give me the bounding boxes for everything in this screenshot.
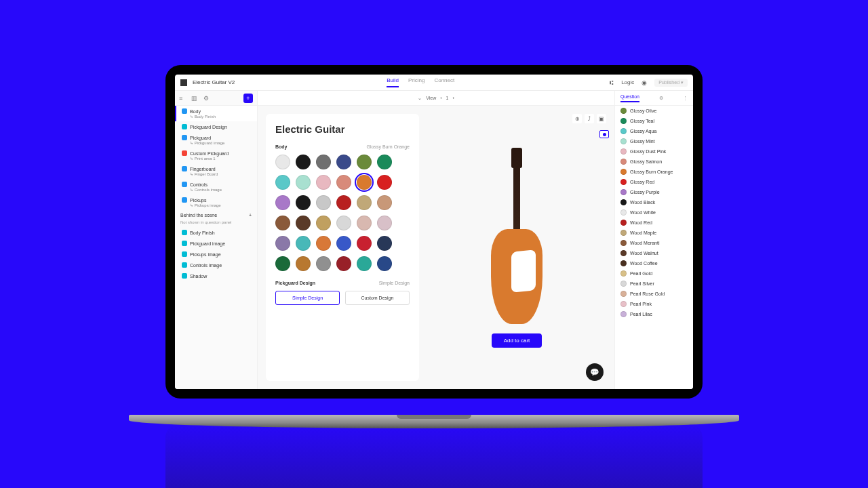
color-swatch[interactable] <box>377 236 392 251</box>
sidebar-item-label: Controls <box>190 182 208 187</box>
more-icon[interactable]: ⋮ <box>683 96 688 101</box>
gear-icon[interactable]: ⚙ <box>203 95 210 102</box>
color-swatch[interactable] <box>275 195 290 210</box>
menu-icon[interactable]: ≡ <box>179 95 186 102</box>
option-row[interactable]: Glossy Red <box>615 177 693 187</box>
color-swatch[interactable] <box>336 236 351 251</box>
sidebar-item[interactable]: Pickups↳ Pickups image <box>175 195 257 210</box>
sidebar-item[interactable]: Fingerboard↳ Finger Board <box>175 163 257 179</box>
option-row[interactable]: Glossy Aqua <box>615 126 693 136</box>
option-label: Pearl Lilac <box>630 312 652 317</box>
add-button[interactable]: + <box>243 94 253 103</box>
publish-button[interactable]: Published ▾ <box>654 79 688 87</box>
color-swatch[interactable] <box>316 155 331 169</box>
item-icon <box>182 108 187 114</box>
gear-icon[interactable]: ⚙ <box>659 96 663 101</box>
option-row[interactable]: Glossy Burn Orange <box>615 167 693 177</box>
logic-label[interactable]: Logic <box>621 79 634 85</box>
share-icon[interactable]: ⤴ <box>585 114 594 123</box>
option-row[interactable]: Wood Maple <box>615 228 693 238</box>
color-swatch[interactable] <box>377 216 392 230</box>
color-swatch[interactable] <box>336 256 351 271</box>
color-swatch[interactable] <box>316 256 331 271</box>
color-swatch[interactable] <box>336 175 351 190</box>
color-swatch[interactable] <box>275 236 290 251</box>
device-icon[interactable]: ⌄ <box>418 96 422 101</box>
color-swatch[interactable] <box>357 236 372 251</box>
zoom-icon[interactable]: ⊕ <box>572 114 582 123</box>
sidebar-item[interactable]: Body Finish <box>175 227 257 238</box>
option-row[interactable]: Wood White <box>615 207 693 218</box>
project-title[interactable]: Electric Guitar V2 <box>193 79 235 85</box>
option-row[interactable]: Glossy Mint <box>615 136 693 146</box>
color-swatch[interactable] <box>316 195 331 210</box>
color-swatch[interactable] <box>316 175 331 190</box>
option-row[interactable]: Wood Coffee <box>615 258 693 268</box>
option-row[interactable]: Pearl Rose Gold <box>615 289 693 299</box>
color-swatch[interactable] <box>275 256 290 271</box>
sidebar-item[interactable]: Pickguard Design <box>175 121 257 132</box>
flow-icon[interactable]: ⑆ <box>606 78 616 87</box>
color-swatch[interactable] <box>296 195 311 210</box>
option-row[interactable]: Wood Walnut <box>615 248 693 258</box>
color-swatch[interactable] <box>316 216 331 230</box>
sidebar-item[interactable]: Body↳ Body Finish <box>175 106 257 121</box>
sidebar-item[interactable]: Pickups image <box>175 249 257 260</box>
color-swatch[interactable] <box>357 216 372 230</box>
color-swatch[interactable] <box>377 155 392 169</box>
color-swatch[interactable] <box>357 155 372 169</box>
color-swatch[interactable] <box>357 195 372 210</box>
add-behind-button[interactable]: + <box>249 213 252 218</box>
expand-icon[interactable]: ▣ <box>597 114 606 123</box>
color-swatch[interactable] <box>316 236 331 251</box>
color-swatch[interactable] <box>296 236 311 251</box>
option-row[interactable]: Glossy Dust Pink <box>615 146 693 157</box>
color-swatch[interactable] <box>296 155 311 169</box>
color-swatch[interactable] <box>357 175 372 190</box>
option-row[interactable]: Wood Red <box>615 218 693 228</box>
color-swatch[interactable] <box>377 195 392 210</box>
sidebar-item[interactable]: Controls↳ Controls image <box>175 179 257 195</box>
sidebar-item[interactable]: Custom Pickguard↳ Print area 1 <box>175 148 257 163</box>
color-swatch[interactable] <box>336 195 351 210</box>
option-row[interactable]: Pearl Silver <box>615 279 693 289</box>
option-row[interactable]: Wood Meranti <box>615 238 693 248</box>
color-swatch[interactable] <box>296 216 311 230</box>
app-logo[interactable] <box>180 79 187 86</box>
option-row[interactable]: Pearl Pink <box>615 299 693 309</box>
tab-pricing[interactable]: Pricing <box>408 77 425 87</box>
option-row[interactable]: Pearl Lilac <box>615 309 693 319</box>
pickguard-custom-button[interactable]: Custom Design <box>345 291 410 305</box>
color-swatch[interactable] <box>275 216 290 230</box>
option-row[interactable]: Glossy Purple <box>615 187 693 197</box>
view-label: View <box>426 96 436 100</box>
color-swatch[interactable] <box>275 175 290 190</box>
color-swatch[interactable] <box>336 216 351 230</box>
right-tab-question[interactable]: Question <box>620 94 639 102</box>
color-swatch[interactable] <box>275 155 290 169</box>
option-row[interactable]: Glossy Salmon <box>615 157 693 167</box>
side-handle[interactable] <box>599 130 609 138</box>
color-swatch[interactable] <box>296 256 311 271</box>
option-row[interactable]: Glossy Olive <box>615 106 693 116</box>
add-to-cart-button[interactable]: Add to cart <box>492 333 542 348</box>
color-swatch[interactable] <box>296 175 311 190</box>
chat-fab[interactable]: 💬 <box>586 363 604 381</box>
option-row[interactable]: Pearl Gold <box>615 268 693 279</box>
color-swatch[interactable] <box>336 155 351 169</box>
option-row[interactable]: Wood Black <box>615 197 693 207</box>
color-swatch[interactable] <box>377 175 392 190</box>
pickguard-simple-button[interactable]: Simple Design <box>275 291 340 305</box>
layers-icon[interactable]: ▥ <box>191 95 198 102</box>
configurator-panel: Electric Guitar Body Glossy Burn Orange … <box>266 114 419 381</box>
option-row[interactable]: Glossy Teal <box>615 116 693 126</box>
sidebar-item[interactable]: Controls image <box>175 260 257 270</box>
sidebar-item[interactable]: Shadow <box>175 270 257 281</box>
color-swatch[interactable] <box>377 256 392 271</box>
eye-icon[interactable]: ◉ <box>639 78 649 87</box>
tab-connect[interactable]: Connect <box>434 77 454 87</box>
tab-build[interactable]: Build <box>387 77 399 87</box>
sidebar-item[interactable]: Pickguard image <box>175 238 257 249</box>
sidebar-item[interactable]: Pickguard↳ Pickguard image <box>175 132 257 148</box>
color-swatch[interactable] <box>357 256 372 271</box>
